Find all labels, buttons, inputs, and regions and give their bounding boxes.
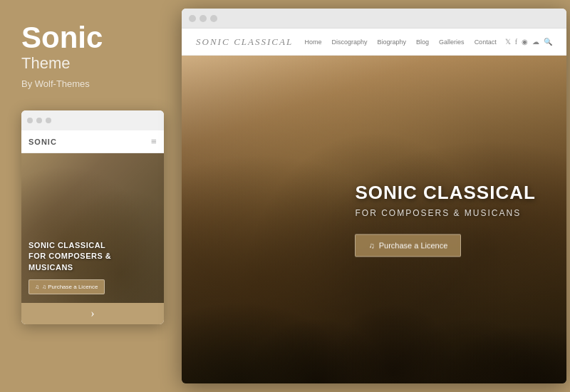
theme-title: Sonic <box>21 21 103 54</box>
mobile-cta-button[interactable]: ♫ ♫ Purchase a Licence <box>28 279 105 294</box>
hero-title: SONIC CLASSICAL <box>355 182 535 204</box>
browser-nav: SONIC Classical Home Discography Biograp… <box>182 29 566 56</box>
mobile-hero-title: SONIC CLASSICALFOR COMPOSERS & MUSICANS <box>28 240 157 273</box>
nav-link-home[interactable]: Home <box>305 38 322 46</box>
left-panel: Sonic Theme By Wolf-Themes SONIC ≡ SONIC… <box>0 0 175 392</box>
hamburger-icon[interactable]: ≡ <box>151 136 157 148</box>
nav-link-blog[interactable]: Blog <box>416 38 429 46</box>
mobile-hero: SONIC CLASSICALFOR COMPOSERS & MUSICANS … <box>21 153 164 303</box>
browser-titlebar <box>182 9 566 29</box>
twitter-icon[interactable]: 𝕏 <box>505 38 511 46</box>
theme-subtitle: Theme <box>21 54 70 73</box>
nav-link-biography[interactable]: Biography <box>378 38 407 46</box>
mobile-cta-icon: ♫ <box>35 284 39 290</box>
mobile-nav: SONIC ≡ <box>21 130 164 153</box>
browser-window: SONIC Classical Home Discography Biograp… <box>182 9 566 383</box>
browser-logo-main: SONIC <box>196 36 230 47</box>
hero-cta-label: Purchase a Licence <box>379 242 448 250</box>
mobile-down-arrow-icon[interactable]: › <box>90 307 94 320</box>
soundcloud-icon[interactable]: ☁ <box>532 38 539 46</box>
hero-content: SONIC CLASSICAL FOR COMPOSERS & MUSICANS… <box>355 182 535 257</box>
mobile-dot-1 <box>27 118 33 123</box>
mobile-dot-3 <box>46 118 51 123</box>
facebook-icon[interactable]: f <box>515 38 517 46</box>
browser-nav-icons: 𝕏 f ◉ ☁ 🔍 <box>505 38 552 46</box>
nav-link-contact[interactable]: Contact <box>475 38 497 46</box>
mobile-bottom-bar: › <box>21 303 164 324</box>
mobile-cta-label: ♫ Purchase a Licence <box>42 284 98 290</box>
hero-subtitle: FOR COMPOSERS & MUSICANS <box>355 209 535 219</box>
browser-logo: SONIC Classical <box>196 36 293 48</box>
browser-nav-links: Home Discography Biography Blog Gallerie… <box>305 38 497 46</box>
mobile-titlebar <box>21 110 164 130</box>
theme-author: By Wolf-Themes <box>21 78 90 89</box>
hero-cta-button[interactable]: ♫ Purchase a Licence <box>355 234 461 257</box>
instagram-icon[interactable]: ◉ <box>522 38 528 46</box>
browser-dot-3 <box>210 15 217 22</box>
browser-dot-1 <box>189 15 196 22</box>
hero-cta-icon: ♫ <box>368 242 374 250</box>
mobile-logo: SONIC <box>28 138 57 146</box>
nav-link-galleries[interactable]: Galleries <box>439 38 465 46</box>
mobile-dot-2 <box>36 118 42 123</box>
browser-hero: SONIC CLASSICAL FOR COMPOSERS & MUSICANS… <box>182 56 566 383</box>
search-icon[interactable]: 🔍 <box>544 38 552 46</box>
browser-dot-2 <box>200 15 207 22</box>
mobile-preview: SONIC ≡ SONIC CLASSICALFOR COMPOSERS & M… <box>21 110 164 324</box>
nav-link-discography[interactable]: Discography <box>332 38 368 46</box>
mobile-hero-content: SONIC CLASSICALFOR COMPOSERS & MUSICANS … <box>28 240 157 294</box>
browser-logo-sub: Classical <box>234 36 293 47</box>
